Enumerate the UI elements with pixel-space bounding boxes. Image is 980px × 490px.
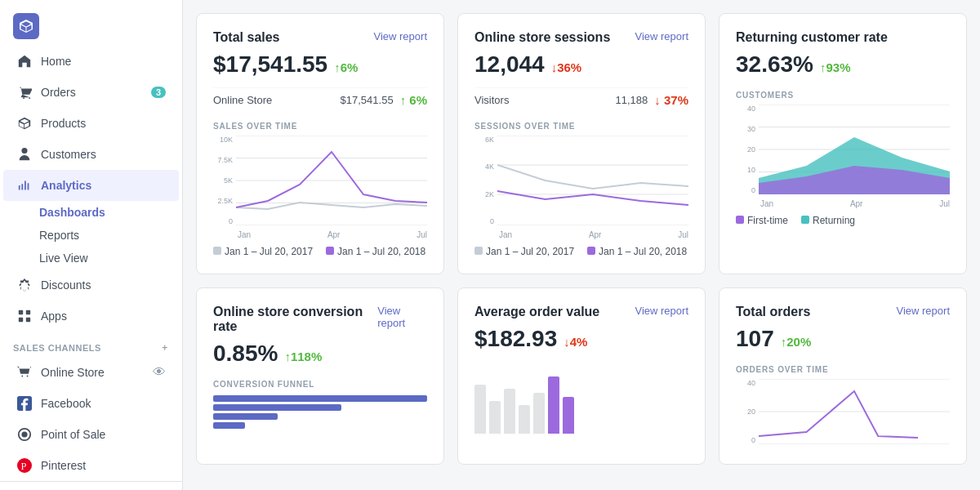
sidebar-item-apps[interactable]: Apps — [3, 301, 179, 332]
orders-icon — [16, 84, 33, 100]
sidebar-item-discounts[interactable]: Discounts — [3, 270, 179, 301]
total-orders-view-report[interactable]: View report — [896, 305, 950, 317]
svg-rect-3 — [26, 318, 30, 322]
sessions-title: Online store sessions — [474, 30, 610, 45]
sidebar-item-analytics[interactable]: Analytics — [3, 170, 179, 201]
sessions-legend: Jan 1 – Jul 20, 2017 Jan 1 – Jul 20, 201… — [474, 246, 688, 257]
avg-order-placeholder — [474, 368, 688, 434]
total-orders-value: 107 — [736, 326, 774, 352]
total-sales-card: Total sales View report $17,541.55 6% On… — [196, 13, 444, 274]
avg-order-value: $182.93 — [474, 326, 557, 352]
avg-order-title: Average order value — [474, 305, 599, 319]
sidebar-item-orders[interactable]: Orders 3 — [3, 77, 179, 108]
store-icon — [16, 364, 33, 381]
conversion-view-report[interactable]: View report — [377, 305, 427, 329]
sales-channels-label: SALES CHANNELS — [13, 343, 101, 353]
orders-chart-svg — [759, 379, 950, 444]
sessions-chart-container: 6K4K2K0 JanAprJul — [474, 136, 688, 239]
sidebar-item-pos-label: Point of Sale — [41, 428, 105, 441]
sessions-metric: Visitors 11,188 37% — [474, 87, 688, 112]
sales-legend: Jan 1 – Jul 20, 2017 Jan 1 – Jul 20, 201… — [213, 246, 427, 257]
avg-order-view-report[interactable]: View report — [635, 305, 688, 317]
logo-icon — [13, 13, 39, 39]
conversion-card: Online store conversion rate View report… — [196, 287, 444, 465]
pinterest-icon: P — [16, 457, 33, 474]
returning-rate-value: 32.63% — [736, 51, 813, 78]
sidebar-item-pos[interactable]: Point of Sale — [3, 419, 179, 450]
apps-icon — [16, 308, 33, 324]
eye-icon[interactable]: 👁 — [153, 365, 166, 380]
total-sales-change: 6% — [334, 60, 358, 74]
total-orders-card: Total orders View report 107 20% ORDERS … — [719, 287, 967, 465]
svg-point-6 — [21, 431, 27, 437]
sales-chart-svg — [236, 136, 427, 225]
sessions-chart-label: SESSIONS OVER TIME — [474, 122, 688, 131]
sales-chart-label: SALES OVER TIME — [213, 122, 427, 131]
total-sales-view-report[interactable]: View report — [373, 30, 427, 42]
sidebar-item-products[interactable]: Products — [3, 108, 179, 139]
sidebar-item-home[interactable]: Home — [3, 46, 179, 77]
sessions-view-report[interactable]: View report — [635, 30, 688, 42]
logo-area — [0, 0, 182, 46]
avg-order-card: Average order value View report $182.93 … — [457, 287, 706, 465]
returning-rate-card: Returning customer rate 32.63% 93% CUSTO… — [719, 13, 967, 274]
conversion-funnel — [213, 395, 427, 429]
sessions-change: 36% — [551, 60, 582, 74]
svg-text:P: P — [21, 461, 27, 472]
total-orders-title: Total orders — [736, 305, 810, 319]
home-icon — [16, 53, 33, 69]
sidebar: Home Orders 3 Products Customers Analyti… — [0, 0, 183, 490]
discounts-icon — [16, 277, 33, 293]
conversion-change: 118% — [284, 350, 322, 363]
sidebar-item-home-label: Home — [41, 55, 71, 68]
customers-label: CUSTOMERS — [736, 91, 950, 100]
sidebar-sub-dashboards[interactable]: Dashboards — [3, 201, 179, 224]
sidebar-item-pinterest[interactable]: P Pinterest — [3, 450, 179, 481]
conversion-chart-label: CONVERSION FUNNEL — [213, 380, 427, 389]
conversion-value: 0.85% — [213, 341, 278, 367]
pos-icon — [16, 426, 33, 443]
sidebar-item-online-store[interactable]: Online Store 👁 — [3, 357, 179, 388]
total-orders-change: 20% — [781, 335, 812, 349]
orders-badge: 3 — [151, 87, 166, 98]
total-sales-metric: Online Store $17,541.55 6% — [213, 87, 427, 112]
sidebar-sub-reports[interactable]: Reports — [3, 224, 179, 247]
svg-rect-2 — [19, 318, 23, 322]
sidebar-item-customers[interactable]: Customers — [3, 139, 179, 170]
sidebar-item-pinterest-label: Pinterest — [41, 459, 86, 472]
returning-chart-svg — [759, 105, 950, 194]
sidebar-item-products-label: Products — [41, 117, 86, 130]
total-sales-value: $17,541.55 — [213, 51, 327, 78]
sidebar-item-facebook-label: Facebook — [41, 397, 91, 410]
analytics-icon — [16, 177, 33, 194]
conversion-title: Online store conversion rate — [213, 305, 377, 334]
dashboard-main: Total sales View report $17,541.55 6% On… — [183, 0, 980, 490]
orders-chart-container: 40200 — [736, 379, 950, 448]
sidebar-item-discounts-label: Discounts — [41, 278, 91, 292]
sessions-value: 12,044 — [474, 51, 545, 78]
sidebar-item-analytics-label: Analytics — [41, 179, 91, 192]
sales-chart-container: 10K7.5K5K2.5K0 — [213, 136, 427, 239]
sidebar-item-settings[interactable]: Settings — [3, 485, 179, 490]
sessions-chart-svg — [497, 136, 688, 225]
returning-rate-change: 93% — [820, 60, 851, 74]
returning-chart-container: 403020100 Ja — [736, 105, 950, 208]
svg-rect-1 — [26, 310, 30, 314]
orders-chart-label: ORDERS OVER TIME — [736, 365, 950, 374]
svg-rect-0 — [19, 310, 23, 314]
sidebar-item-apps-label: Apps — [41, 310, 67, 323]
sessions-card: Online store sessions View report 12,044… — [457, 13, 706, 274]
settings-section: Settings — [0, 481, 182, 490]
avg-order-change: 4% — [564, 335, 587, 349]
facebook-icon — [16, 395, 33, 412]
add-channel-icon[interactable]: ＋ — [160, 341, 170, 354]
sidebar-item-online-store-label: Online Store — [41, 366, 105, 379]
returning-legend: First-time Returning — [736, 215, 950, 226]
sidebar-sub-live-view[interactable]: Live View — [3, 247, 179, 270]
sidebar-item-facebook[interactable]: Facebook — [3, 388, 179, 419]
returning-rate-title: Returning customer rate — [736, 30, 888, 45]
customers-icon — [16, 146, 33, 163]
products-icon — [16, 115, 33, 131]
sidebar-item-customers-label: Customers — [41, 148, 96, 161]
sidebar-item-orders-label: Orders — [41, 86, 76, 99]
